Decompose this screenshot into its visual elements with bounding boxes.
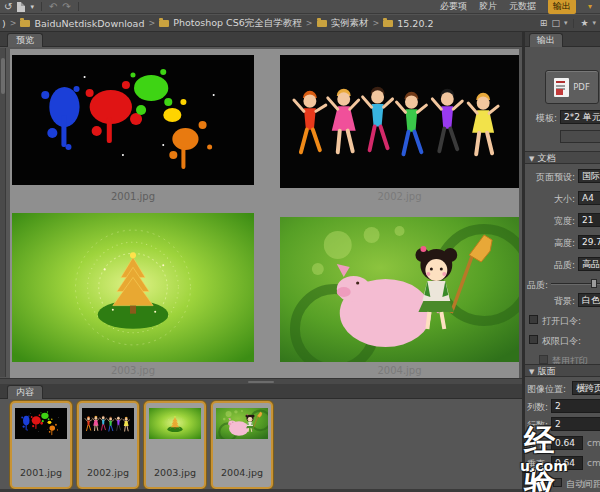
tab-preview[interactable]: 预览: [7, 33, 43, 47]
folder-icon: [20, 20, 30, 27]
pdf-button-label: PDF: [573, 82, 590, 92]
permission-password-checkbox[interactable]: [529, 335, 538, 344]
folder-icon: [317, 20, 327, 27]
recent-file-icon[interactable]: [17, 2, 25, 12]
breadcrumb-item[interactable]: BaiduNetdiskDownload: [34, 18, 144, 29]
star-filter-caret-icon[interactable]: ▾: [592, 19, 596, 27]
section-header-layout[interactable]: ▼版面: [525, 364, 600, 377]
horizontal-field[interactable]: 0.64: [551, 436, 583, 450]
scrollbar-handle[interactable]: [1, 58, 5, 94]
vertical-field[interactable]: 0.64: [551, 456, 583, 470]
width-field[interactable]: 21: [578, 213, 600, 227]
file-name: 2002.jpg: [79, 467, 137, 478]
section-header-document[interactable]: ▼文档: [525, 151, 600, 164]
breadcrumb-item-current[interactable]: 15.20.2: [397, 18, 433, 29]
breadcrumb-root-fragment[interactable]: ): [2, 18, 6, 29]
pdf-output-button[interactable]: PDF: [545, 70, 599, 104]
open-password-checkbox[interactable]: [529, 315, 538, 324]
rows-label: 行数:: [527, 419, 549, 432]
folder-icon: [383, 20, 393, 27]
preview-image-2001[interactable]: [12, 55, 254, 185]
toolbar-divider: [41, 2, 42, 11]
collapse-triangle-icon: ▼: [529, 155, 534, 163]
image-placement-select[interactable]: 横跨页面: [572, 381, 600, 395]
preview-caption: 2003.jpg: [12, 365, 254, 376]
collapse-triangle-icon: ▼: [529, 368, 534, 376]
content-item-2003[interactable]: 2003.jpg: [144, 401, 206, 489]
template-select[interactable]: 2*2 单元格: [560, 110, 600, 124]
content-item-2004[interactable]: 2004.jpg: [211, 401, 273, 489]
thumbnail-2004: [216, 408, 268, 439]
bridge-window: ↺ ▾ ↶ ↷ 必要项 胶片 元数据 输出 ▾ ) > BaiduNetdisk…: [0, 0, 600, 492]
background-select[interactable]: 白色: [578, 293, 600, 307]
workspace-tab-essentials[interactable]: 必要项: [440, 0, 467, 13]
star-filter-icon[interactable]: ★: [580, 18, 588, 28]
quality-select[interactable]: 高品质: [578, 257, 600, 271]
file-name: 2003.jpg: [146, 467, 204, 478]
thumbnail-2003: [149, 408, 201, 439]
preview-image-2003[interactable]: [12, 213, 254, 362]
top-toolbar: ↺ ▾ ↶ ↷ 必要项 胶片 元数据 输出 ▾: [0, 0, 600, 14]
auto-spacing-label: 自动间距: [566, 478, 600, 491]
breadcrumb-item[interactable]: 实例素材: [331, 17, 369, 30]
breadcrumb-separator: >: [10, 19, 17, 28]
preview-tabstrip: 预览: [0, 32, 522, 47]
quality-label: 品质:: [525, 259, 575, 272]
size-select[interactable]: A4: [578, 191, 600, 205]
breadcrumb-separator: >: [373, 19, 380, 28]
height-field[interactable]: 29.7: [578, 235, 600, 249]
refresh-preview-button[interactable]: [560, 130, 600, 143]
boomerang-icon[interactable]: ↺: [4, 2, 12, 12]
columns-label: 列数:: [527, 401, 549, 414]
content-tabstrip: 内容: [0, 384, 522, 399]
output-tabstrip: 输出: [525, 32, 600, 47]
workspace-tab-metadata[interactable]: 元数据: [509, 0, 536, 13]
toolbar-divider: [78, 2, 79, 11]
breadcrumb-item[interactable]: Photoshop CS6完全自学教程: [173, 17, 302, 30]
content-item-2002[interactable]: 2002.jpg: [77, 401, 139, 489]
view-options-caret-icon[interactable]: ▾: [564, 19, 568, 27]
pdf-preview-page: 2001.jpg 2002.jpg 2003.jpg 2004.jpg: [10, 49, 519, 378]
pdf-icon: [554, 78, 569, 97]
preview-caption: 2001.jpg: [12, 191, 254, 202]
preview-image-2004[interactable]: [280, 217, 519, 362]
workspace-caret-icon[interactable]: ▾: [588, 2, 592, 11]
preview-image-2002[interactable]: [280, 55, 519, 188]
file-name: 2001.jpg: [12, 467, 70, 478]
file-name: 2004.jpg: [213, 467, 271, 478]
preview-caption: 2002.jpg: [280, 191, 519, 202]
workspace-tab-filmstrip[interactable]: 胶片: [479, 0, 497, 13]
page-preset-select[interactable]: 国际标准纸张: [578, 169, 600, 183]
folder-icon: [159, 20, 169, 27]
panel-edge-scrollbar[interactable]: [0, 48, 6, 377]
size-label: 大小:: [525, 193, 575, 206]
forward-icon[interactable]: ↷: [62, 2, 70, 12]
breadcrumb-bar: ) > BaiduNetdiskDownload > Photoshop CS6…: [0, 15, 600, 32]
rows-field[interactable]: 2: [551, 417, 600, 431]
breadcrumb-separator: >: [306, 19, 313, 28]
back-icon[interactable]: ↶: [49, 2, 57, 12]
width-label: 宽度:: [525, 215, 575, 228]
tab-content[interactable]: 内容: [7, 385, 43, 399]
background-label: 背景:: [525, 295, 575, 308]
output-panel: 输出 PDF 模板: 2*2 单元格 ▼文档 页面预设: 国际标准纸张 大小: …: [522, 32, 600, 492]
breadcrumb-separator: >: [148, 19, 155, 28]
tab-output[interactable]: 输出: [529, 33, 563, 47]
height-label: 高度:: [525, 237, 575, 250]
view-options-icon[interactable]: □: [551, 19, 560, 28]
toolbar-divider: [573, 19, 574, 28]
quality-slider-knob[interactable]: [591, 279, 597, 288]
horizontal-label: 水平:: [527, 438, 549, 451]
quality-slider-label: 品质:: [527, 279, 547, 292]
disable-printing-checkbox[interactable]: [539, 355, 548, 364]
open-password-label: 打开口令:: [542, 315, 581, 328]
vertical-label: 垂直:: [527, 458, 549, 471]
recent-file-caret-icon[interactable]: ▾: [30, 3, 34, 11]
thumbnail-grid-icon[interactable]: ⊞: [540, 19, 548, 28]
content-item-2001[interactable]: 2001.jpg: [10, 401, 72, 489]
page-preset-label: 页面预设:: [525, 171, 575, 184]
thumbnail-2002: [82, 408, 134, 439]
auto-spacing-checkbox[interactable]: [553, 478, 562, 487]
columns-field[interactable]: 2: [551, 399, 600, 413]
workspace-tab-output[interactable]: 输出: [548, 0, 576, 14]
